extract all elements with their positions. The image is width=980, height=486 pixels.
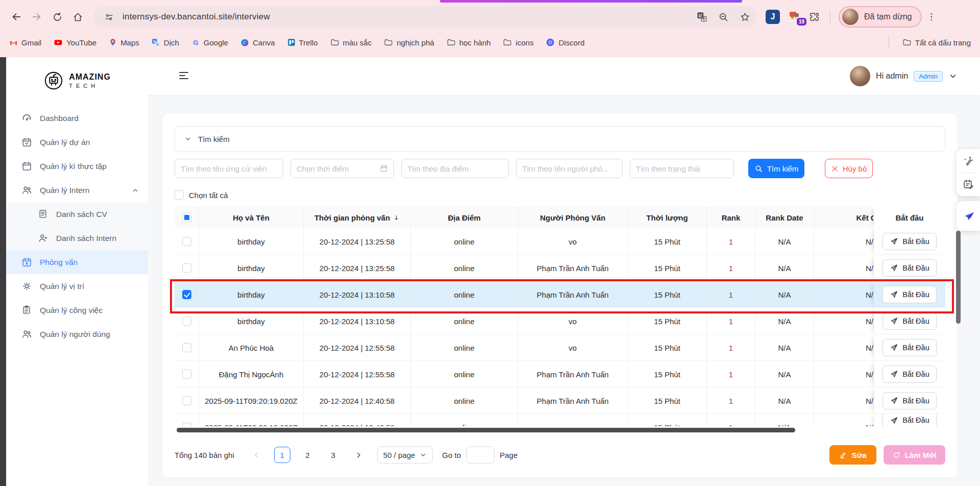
col-header-6[interactable]: Rank Date — [755, 207, 814, 228]
start-interview-button[interactable]: Bắt Đầu — [883, 392, 936, 409]
row-checkbox[interactable] — [182, 423, 191, 426]
bookmark-item[interactable]: Maps — [109, 38, 139, 47]
sidebar-item-intern-list[interactable]: Danh sách Intern — [6, 226, 148, 250]
forward-button[interactable] — [28, 8, 46, 26]
table-vertical-scrollbar[interactable] — [956, 231, 961, 324]
page-button-3[interactable]: 3 — [325, 447, 341, 463]
start-interview-button[interactable]: Bắt Đầu — [883, 366, 936, 383]
table-row: Đặng Thị NgọcÁnh20-12-2024 | 12:55:58onl… — [175, 361, 945, 387]
goto-page-input[interactable] — [466, 446, 495, 464]
row-checkbox[interactable] — [182, 370, 191, 379]
page-button-1[interactable]: 1 — [274, 447, 290, 463]
page-button-2[interactable]: 2 — [300, 447, 316, 463]
collapse-chevron-icon — [184, 135, 191, 142]
row-checkbox[interactable] — [182, 237, 191, 246]
cancel-button[interactable]: Hủy bỏ — [825, 159, 873, 178]
filter-input-0[interactable] — [175, 159, 283, 178]
row-checkbox[interactable] — [182, 396, 191, 405]
bookmark-item[interactable]: GGoogle — [191, 38, 228, 47]
start-interview-button[interactable]: Bắt Đầu — [883, 339, 936, 356]
calendar-edit-icon[interactable] — [963, 179, 974, 190]
home-button[interactable] — [68, 8, 87, 26]
select-all-checkbox[interactable] — [175, 190, 184, 200]
row-checkbox[interactable] — [182, 343, 191, 352]
bookmark-item[interactable]: Discord — [546, 38, 584, 47]
bookmark-star-icon[interactable] — [737, 9, 752, 25]
filter-field-2[interactable] — [407, 164, 503, 173]
filter-field-1[interactable] — [297, 164, 380, 173]
header-checkbox[interactable] — [182, 213, 191, 222]
start-interview-button[interactable]: Bắt Đầu — [883, 312, 936, 330]
start-interview-button[interactable]: Bắt Đầu — [883, 259, 936, 277]
bookmark-item[interactable]: CCanva — [240, 38, 275, 47]
url-text[interactable]: internsys-dev.bancantoi.site/interview — [122, 12, 688, 22]
reload-button[interactable] — [48, 8, 66, 26]
col-header-1[interactable]: Thời gian phỏng vấn — [304, 207, 411, 228]
col-header-4[interactable]: Thời lượng — [628, 207, 707, 228]
sidebar-item-interview[interactable]: Phỏng vấn — [6, 250, 148, 274]
bookmark-item[interactable]: học hành — [447, 38, 491, 47]
bookmark-item[interactable]: YouTube — [54, 38, 96, 47]
col-header-0[interactable]: Họ và Tên — [199, 207, 304, 228]
edit-button[interactable]: Sửa — [829, 445, 876, 465]
filter-input-2[interactable] — [401, 159, 509, 178]
bookmark-item[interactable]: icons — [503, 38, 533, 47]
filter-field-3[interactable] — [522, 164, 617, 173]
bookmark-item[interactable]: nghịch phá — [384, 38, 434, 47]
col-header-5[interactable]: Rank — [707, 207, 755, 228]
col-header-3[interactable]: Người Phỏng Vấn — [518, 207, 628, 228]
browser-menu-icon[interactable] — [924, 9, 939, 25]
search-collapse-header[interactable]: Tìm kiếm — [175, 126, 945, 152]
browser-profile-button[interactable]: Đã tạm dừng — [839, 6, 922, 28]
bookmark-item[interactable]: Trello — [287, 38, 318, 47]
filter-field-4[interactable] — [636, 164, 728, 173]
sidebar-item-terms[interactable]: Quản lý kì thực tập — [6, 154, 148, 178]
start-label: Bắt Đầu — [902, 237, 929, 246]
filter-input-4[interactable] — [630, 159, 734, 178]
sidebar-item-tasks[interactable]: Quản lý công việc — [6, 298, 148, 322]
close-icon — [831, 165, 839, 173]
col-header-2[interactable]: Địa Điểm — [411, 207, 518, 228]
pen-sparkle-icon[interactable] — [963, 155, 974, 166]
start-interview-button[interactable]: Bắt Đầu — [883, 286, 936, 303]
col-header-7[interactable]: Kết Quả — [814, 207, 874, 228]
sidebar-item-cv-list[interactable]: Danh sách CV — [6, 202, 148, 226]
extensions-puzzle-icon[interactable] — [806, 9, 822, 25]
result: N/A — [814, 361, 874, 387]
bookmark-item[interactable]: GaDịch — [152, 38, 179, 47]
filter-field-0[interactable] — [181, 164, 277, 173]
search-button[interactable]: Tìm kiếm — [748, 159, 804, 178]
extension-j-icon[interactable]: J — [766, 10, 780, 24]
select-all[interactable]: Chọn tất cả — [175, 190, 228, 200]
sidebar-item-interns[interactable]: Quản lý Intern — [6, 178, 148, 202]
site-info-icon[interactable] — [101, 9, 116, 25]
user-menu[interactable]: Hi admin Admin — [850, 66, 958, 86]
zoom-icon[interactable] — [716, 9, 731, 25]
sidebar-item-positions[interactable]: Quản lý vị trí — [6, 274, 148, 298]
rocket-icon[interactable] — [963, 210, 974, 222]
start-interview-button[interactable]: Bắt Đầu — [883, 414, 936, 426]
start-interview-button[interactable]: Bắt Đầu — [883, 233, 936, 250]
bookmark-item[interactable]: màu sắc — [330, 38, 372, 47]
back-button[interactable] — [7, 8, 26, 26]
sidebar-item-dashboard[interactable]: Dashboard — [6, 106, 148, 130]
refresh-button[interactable]: Làm Mới — [884, 445, 945, 465]
bookmark-item[interactable]: Gmail — [9, 38, 41, 47]
horizontal-scrollbar[interactable] — [175, 428, 945, 433]
row-checkbox[interactable] — [182, 290, 191, 299]
sidebar-item-projects[interactable]: Quản lý dự án — [6, 130, 148, 154]
next-page-button[interactable] — [351, 447, 367, 463]
row-checkbox[interactable] — [182, 317, 191, 326]
sidebar-item-users[interactable]: Quản lý người dùng — [6, 322, 148, 346]
translate-icon[interactable]: G — [694, 9, 709, 25]
address-bar[interactable]: internsys-dev.bancantoi.site/interview G — [93, 6, 757, 28]
filter-input-1[interactable] — [290, 159, 394, 178]
filter-input-3[interactable] — [516, 159, 623, 178]
extension-icon[interactable]: 19 — [788, 9, 804, 25]
row-checkbox[interactable] — [182, 263, 191, 273]
prev-page-button[interactable] — [249, 447, 265, 463]
all-bookmarks-button[interactable]: Tất cả dấu trang — [902, 38, 971, 47]
horizontal-scrollbar-thumb[interactable] — [177, 428, 795, 432]
sidebar-collapse-button[interactable] — [178, 69, 191, 83]
page-size-select[interactable]: 50 / page — [377, 446, 433, 464]
